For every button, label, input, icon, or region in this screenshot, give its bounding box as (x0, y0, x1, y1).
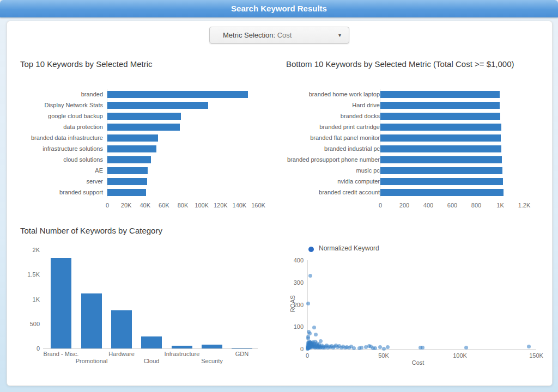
bycategory-x-category-label: Cloud (122, 358, 181, 365)
bottom10-bar-label: branded docks (286, 112, 380, 120)
dashboard-card: Metric Selection: Cost ▾ Top 10 Keywords… (7, 21, 553, 386)
top10-bar[interactable] (107, 167, 148, 174)
top10-bar[interactable] (107, 178, 147, 185)
bycategory-bar[interactable] (141, 336, 162, 348)
roas-scatter-y-tick-label: 100 (276, 323, 304, 330)
top10-bar[interactable] (107, 91, 248, 98)
bycategory-x-category-label: Promotional (62, 358, 122, 365)
charts-layer: brandedDisplay Network Statsgoogle cloud… (7, 21, 552, 385)
top10-bar-label: data protection (9, 123, 103, 131)
top10-bar-label: server (9, 177, 103, 185)
scatter-point[interactable] (373, 346, 377, 350)
top10-bar[interactable] (107, 124, 180, 131)
top10-bar[interactable] (107, 134, 158, 142)
top10-bar-label: google cloud backup (9, 112, 103, 120)
scatter-point[interactable] (352, 346, 356, 350)
scatter-point[interactable] (306, 302, 310, 305)
roas-scatter-y-tick-label: 200 (276, 302, 304, 309)
page-title: Search Keyword Results (231, 4, 327, 13)
bycategory-x-category-label: Infrastructure (152, 351, 212, 358)
top10-x-tick-label: 160K (242, 202, 275, 209)
roas-scatter-y-tick-label: 300 (276, 279, 304, 286)
bottom10-bar-label: branded prosupport phone number (286, 156, 380, 163)
bottom10-bar[interactable] (380, 178, 503, 185)
bycategory-x-category-label: GDN (212, 351, 272, 358)
top10-bar[interactable] (107, 145, 156, 152)
bottom10-bar-label: Hard drive (286, 101, 380, 109)
scatter-point[interactable] (386, 345, 390, 349)
bottom10-bar-label: nvidia computer (286, 177, 380, 185)
bycategory-x-category-label: Hardware (92, 351, 151, 358)
scatter-point[interactable] (308, 332, 312, 335)
bottom10-bar[interactable] (380, 102, 500, 109)
top10-bar-label: branded (9, 90, 103, 98)
bycategory-y-tick-label: 1.5K (13, 271, 40, 278)
bottom10-bar-label: branded industrial pc (286, 145, 380, 152)
bycategory-x-category-label: Security (182, 358, 242, 365)
roas-scatter-x-tick-label: 150K (523, 352, 550, 359)
bottom10-bar[interactable] (380, 134, 501, 142)
bottom10-bar-label: music pc (286, 167, 380, 174)
bottom10-bar[interactable] (380, 156, 502, 163)
top10-bar[interactable] (107, 102, 208, 109)
bycategory-bar[interactable] (232, 348, 252, 348)
bottom10-bar[interactable] (380, 91, 500, 98)
scatter-point[interactable] (421, 346, 424, 350)
bycategory-y-tick-label: 2K (13, 247, 40, 254)
scatter-point[interactable] (360, 346, 363, 350)
bottom10-bar-label: branded home work laptop (286, 90, 380, 98)
scatter-point[interactable] (314, 333, 318, 336)
roas-scatter-y-tick-label: 400 (276, 257, 304, 264)
bycategory-bar[interactable] (81, 293, 102, 348)
bottom10-x-tick-label: 1.2K (508, 202, 541, 209)
bottom10-bar-label: branded flat panel monitor (286, 134, 380, 142)
bycategory-y-tick-label: 500 (13, 321, 40, 328)
bottom10-bar[interactable] (380, 189, 504, 196)
top10-bar-label: branded support (9, 188, 103, 196)
top10-bar[interactable] (107, 156, 151, 163)
bycategory-x-category-label: Brand - Misc. (31, 351, 91, 358)
top10-bar-label: AE (9, 167, 103, 174)
roas-scatter-x-tick-label: 0 (294, 352, 321, 359)
scatter-point[interactable] (312, 326, 316, 329)
bycategory-bar[interactable] (111, 310, 132, 348)
bottom10-bar-label: branded print cartridge (286, 123, 380, 131)
bycategory-bar[interactable] (202, 345, 222, 348)
scatter-point[interactable] (382, 347, 386, 351)
bottom10-bar[interactable] (380, 113, 500, 120)
top10-bar-label: cloud solutions (9, 156, 103, 163)
bycategory-bar[interactable] (172, 346, 192, 348)
app-header: Search Keyword Results (0, 0, 558, 17)
scatter-point[interactable] (319, 339, 323, 343)
top10-bar[interactable] (107, 189, 146, 196)
scatter-point[interactable] (527, 345, 531, 348)
bottom10-bar[interactable] (380, 124, 501, 131)
roas-scatter-x-tick-label: 50K (370, 352, 397, 359)
bottom10-bar[interactable] (380, 167, 502, 174)
bycategory-y-tick-label: 1K (13, 296, 40, 303)
scatter-point[interactable] (378, 345, 382, 349)
bycategory-bar[interactable] (51, 258, 71, 348)
bottom10-bar-label: branded credit account (286, 188, 380, 196)
top10-bar[interactable] (107, 113, 181, 120)
top10-bar-label: infrastructure solutions (9, 145, 103, 152)
top10-bar-label: branded data infrastructure (9, 134, 103, 142)
scatter-point[interactable] (308, 274, 312, 278)
top10-bar-label: Display Network Stats (9, 101, 103, 109)
bycategory-x-axis-line (43, 348, 258, 349)
roas-scatter-x-tick-label: 100K (446, 352, 474, 359)
bottom10-bar[interactable] (380, 145, 501, 152)
